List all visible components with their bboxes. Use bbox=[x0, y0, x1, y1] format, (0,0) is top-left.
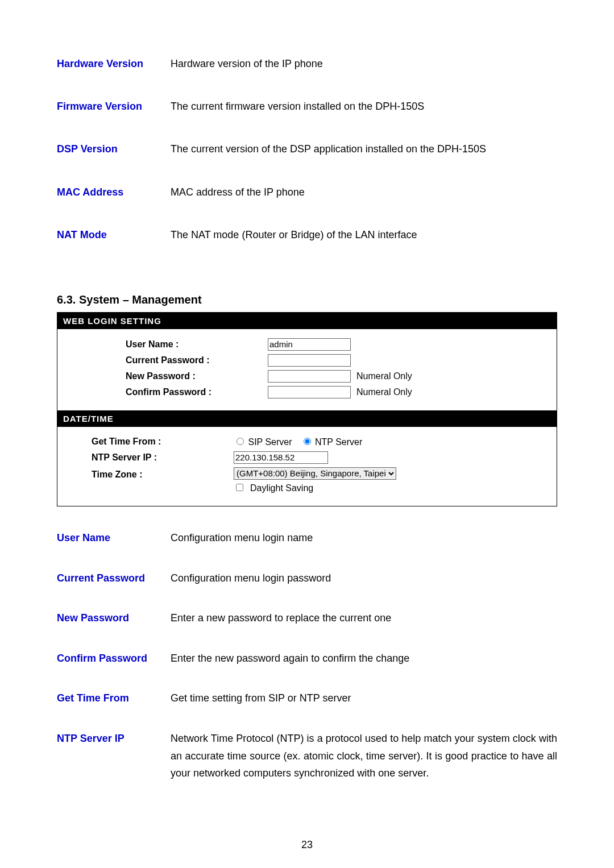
definition-term: New Password bbox=[57, 609, 171, 650]
definition-row: New PasswordEnter a new password to repl… bbox=[57, 609, 557, 650]
definition-row: Get Time FromGet time setting from SIP o… bbox=[57, 690, 557, 730]
radio-ntp-server[interactable]: NTP Server bbox=[301, 437, 363, 447]
time-zone-label: Time Zone : bbox=[69, 467, 234, 480]
username-input[interactable] bbox=[268, 338, 351, 351]
definition-term: DSP Version bbox=[57, 142, 171, 185]
daylight-saving-label: Daylight Saving bbox=[250, 483, 313, 493]
definitions-top: Hardware VersionHardware version of the … bbox=[57, 57, 557, 271]
web-login-header: WEB LOGIN SETTING bbox=[57, 313, 557, 329]
definition-term: Hardware Version bbox=[57, 57, 171, 99]
datetime-header: DATE/TIME bbox=[57, 410, 557, 427]
definition-row: NTP Server IPNetwork Time Protocol (NTP)… bbox=[57, 730, 557, 805]
definition-desc: Enter a new password to replace the curr… bbox=[171, 609, 557, 650]
confirm-password-hint: Numeral Only bbox=[356, 387, 412, 397]
get-time-from-label: Get Time From : bbox=[69, 437, 234, 447]
definition-term: Confirm Password bbox=[57, 650, 171, 690]
radio-sip-server[interactable]: SIP Server bbox=[234, 437, 292, 447]
current-password-label: Current Password : bbox=[69, 355, 268, 366]
definition-desc: Network Time Protocol (NTP) is a protoco… bbox=[171, 730, 557, 805]
username-label: User Name : bbox=[69, 339, 268, 350]
definition-row: DSP VersionThe current version of the DS… bbox=[57, 142, 557, 185]
ntp-server-ip-label: NTP Server IP : bbox=[69, 452, 234, 463]
new-password-label: New Password : bbox=[69, 371, 268, 381]
definition-term: Get Time From bbox=[57, 690, 171, 730]
definition-term: NAT Mode bbox=[57, 228, 171, 271]
definition-desc: The current version of the DSP applicati… bbox=[171, 142, 557, 185]
definition-desc: Configuration menu login password bbox=[171, 570, 557, 610]
definition-desc: Hardware version of the IP phone bbox=[171, 57, 557, 99]
definition-term: User Name bbox=[57, 529, 171, 570]
definition-row: MAC AddressMAC address of the IP phone bbox=[57, 185, 557, 228]
definition-desc: Configuration menu login name bbox=[171, 529, 557, 570]
definition-desc: The current firmware version installed o… bbox=[171, 99, 557, 142]
definition-desc: Get time setting from SIP or NTP server bbox=[171, 690, 557, 730]
section-heading: 6.3. System – Management bbox=[57, 293, 557, 306]
definition-term: Firmware Version bbox=[57, 99, 171, 142]
definition-term: Current Password bbox=[57, 570, 171, 610]
definition-desc: The NAT mode (Router or Bridge) of the L… bbox=[171, 228, 557, 271]
definition-row: User NameConfiguration menu login name bbox=[57, 529, 557, 570]
confirm-password-input[interactable] bbox=[268, 386, 351, 398]
definition-row: Firmware VersionThe current firmware ver… bbox=[57, 99, 557, 142]
definition-row: Current PasswordConfiguration menu login… bbox=[57, 570, 557, 610]
time-zone-select[interactable]: (GMT+08:00) Beijing, Singapore, Taipei bbox=[234, 467, 396, 480]
confirm-password-label: Confirm Password : bbox=[69, 387, 268, 397]
definition-row: Hardware VersionHardware version of the … bbox=[57, 57, 557, 99]
definition-term: NTP Server IP bbox=[57, 730, 171, 805]
page-number: 23 bbox=[57, 839, 557, 851]
radio-ntp-label: NTP Server bbox=[315, 437, 362, 447]
ntp-server-ip-input[interactable] bbox=[234, 451, 328, 464]
current-password-input[interactable] bbox=[268, 354, 351, 367]
web-login-panel: WEB LOGIN SETTING User Name : Current Pa… bbox=[57, 312, 557, 506]
definition-desc: Enter the new password again to confirm … bbox=[171, 650, 557, 690]
new-password-hint: Numeral Only bbox=[356, 371, 412, 381]
definition-term: MAC Address bbox=[57, 185, 171, 228]
definition-row: NAT ModeThe NAT mode (Router or Bridge) … bbox=[57, 228, 557, 271]
new-password-input[interactable] bbox=[268, 370, 351, 383]
definition-row: Confirm PasswordEnter the new password a… bbox=[57, 650, 557, 690]
daylight-saving-checkbox[interactable] bbox=[236, 484, 243, 491]
definition-desc: MAC address of the IP phone bbox=[171, 185, 557, 228]
radio-sip-label: SIP Server bbox=[248, 437, 292, 447]
definitions-bottom: User NameConfiguration menu login nameCu… bbox=[57, 529, 557, 805]
